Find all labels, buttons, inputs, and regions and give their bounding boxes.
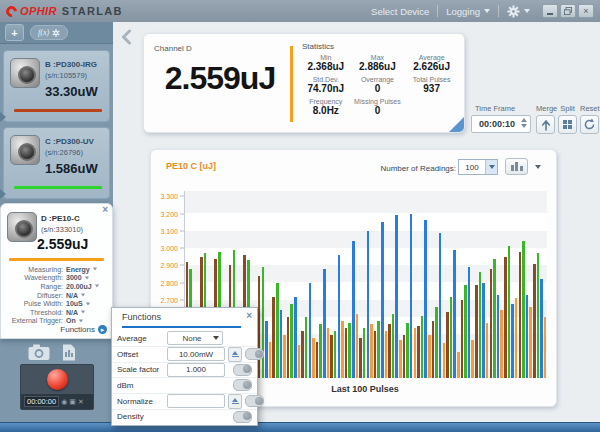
offset-input[interactable] [167, 347, 225, 361]
device-card-d-selected[interactable]: × D :PE10-C (s/n:333010) 2.559uJ Measuri… [0, 203, 113, 339]
toggle-switch[interactable] [245, 395, 264, 407]
split-grid-icon [563, 120, 573, 130]
recorder-panel: 00:00:00 ◉ ▣ ✕ [20, 364, 94, 410]
chevron-down-icon [485, 160, 497, 174]
pulse-bar [338, 255, 341, 378]
pulse-bar [500, 310, 503, 378]
pulse-bar [497, 295, 500, 378]
functions-toolbar-button[interactable]: f(x) [30, 25, 68, 40]
toggle-switch[interactable] [233, 364, 252, 376]
function-controls [167, 394, 264, 409]
setting-row[interactable]: Wavelength:3000 [4, 274, 108, 283]
split-label: Split [558, 104, 577, 113]
average-select[interactable]: None [167, 331, 223, 345]
toggle-switch[interactable] [233, 411, 252, 423]
functions-link-label: Functions [60, 325, 95, 334]
split-button[interactable] [558, 115, 577, 134]
pulse-bar [280, 310, 283, 378]
chart-type-button[interactable] [505, 158, 528, 175]
stat-label: Frequency [300, 98, 352, 105]
device-name: C :PD300-UV [45, 137, 94, 146]
pulse-bar [334, 331, 337, 378]
record-button[interactable] [47, 369, 68, 390]
select-device-menu[interactable]: Select Device [371, 6, 429, 17]
apply-button[interactable] [228, 394, 242, 409]
device-accent-line [9, 258, 104, 261]
pulse-bar [381, 222, 384, 378]
normalize-input[interactable] [167, 394, 225, 408]
tools-icon[interactable]: ✕ [78, 398, 84, 405]
pulse-bar [403, 335, 406, 378]
apply-button[interactable] [228, 347, 242, 362]
chevron-down-icon [79, 319, 83, 322]
add-device-button[interactable]: + [5, 24, 24, 41]
device-accent-line [14, 109, 102, 112]
expand-handle[interactable] [0, 189, 6, 199]
pulse-bar [301, 331, 304, 378]
functions-link[interactable]: Functions ▸ [60, 325, 107, 334]
pulse-bar [410, 214, 413, 378]
setting-label: Diffuser: [4, 292, 63, 299]
stat: Std.Dev.74.70nJ [300, 76, 352, 94]
pulse-bar [316, 342, 319, 378]
device-serial: (s/n:333010) [41, 225, 83, 234]
title-bar: OPHIR STARLAB Select Device Logging [0, 0, 600, 22]
reset-button[interactable] [580, 115, 599, 134]
expand-corner-handle[interactable] [449, 117, 464, 132]
pulse-bar [388, 324, 391, 378]
pulse-bar [370, 324, 373, 378]
merge-button[interactable] [536, 115, 555, 134]
setting-row[interactable]: Threshold:N/A [4, 308, 108, 317]
function-row: Density [112, 410, 257, 425]
pulse-bar [486, 323, 489, 378]
setting-row[interactable]: Measuring:Energy [4, 265, 108, 274]
setting-row[interactable]: Range:20.00uJ [4, 282, 108, 291]
function-controls: None [167, 331, 252, 345]
expand-handle[interactable] [0, 112, 6, 122]
sidebar-toolbar: + f(x) [0, 22, 113, 44]
pulse-bar [327, 328, 330, 378]
camera-icon[interactable] [28, 344, 50, 361]
y-tick-mark [180, 248, 184, 249]
function-label: Density [117, 412, 167, 421]
readings-count-select[interactable]: 100 [458, 159, 498, 175]
timeframe-spinner[interactable] [521, 118, 527, 128]
collapse-back-arrow[interactable] [120, 29, 132, 45]
device-card-b[interactable]: B :PD300-IRG (s/n:105579) 33.30uW [3, 50, 110, 122]
stat: Total Pulses937 [403, 76, 460, 94]
pulse-bar [309, 283, 312, 378]
restore-button[interactable] [560, 4, 576, 18]
setting-row[interactable]: Pulse Width:10uS [4, 299, 108, 308]
y-tick-label: 2.700 [160, 297, 178, 304]
device-reading: 33.30uW [45, 84, 98, 99]
toggle-switch[interactable] [233, 379, 252, 391]
file-icon[interactable]: ▣ [69, 398, 76, 405]
pulse-bar [399, 340, 402, 378]
pulse-bar [265, 321, 268, 378]
scale-factor-input[interactable] [167, 363, 225, 377]
pulse-bar [258, 276, 261, 378]
settings-menu[interactable] [507, 5, 530, 18]
reset-label: Reset [580, 104, 599, 113]
gear-icon [507, 5, 520, 18]
pulse-bar [272, 297, 275, 378]
chevron-down-icon[interactable] [535, 165, 541, 169]
y-tick-label: 2.800 [160, 279, 178, 286]
logging-menu[interactable]: Logging [446, 6, 490, 17]
pulse-bar [508, 246, 511, 378]
menu-separator [498, 5, 499, 17]
device-card-c[interactable]: C :PD300-UV (s/n:26796) 1.586uW [3, 127, 110, 199]
toggle-switch[interactable] [245, 348, 264, 360]
save-report-icon[interactable] [62, 344, 76, 361]
minimize-button[interactable] [542, 4, 558, 18]
setting-row[interactable]: Diffuser:N/A [4, 291, 108, 300]
close-button[interactable]: × [578, 4, 594, 18]
close-icon[interactable]: × [102, 204, 108, 215]
close-icon[interactable]: × [246, 310, 252, 321]
y-tick-label: 2.900 [160, 262, 178, 269]
pulse-bar [526, 295, 529, 378]
setting-row[interactable]: External Trigger:On [4, 317, 108, 326]
setting-label: Threshold: [4, 309, 63, 316]
dialog-title: Functions [122, 312, 161, 322]
snapshot-icon[interactable]: ◉ [61, 398, 67, 405]
